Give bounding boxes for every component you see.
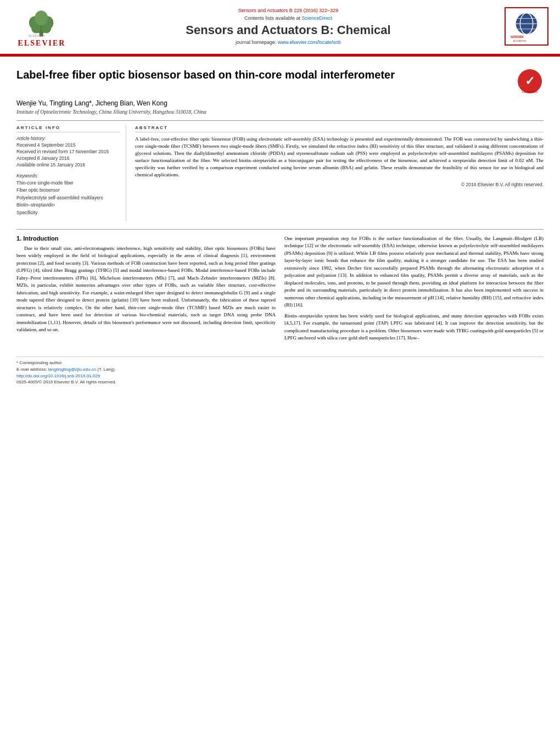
affiliation: Institute of Optoelectronic Technology, … <box>16 109 544 115</box>
keywords-group: Keywords: Thin-core single-mode fiber Fi… <box>16 173 120 217</box>
body-content: 1. Introduction Due to their small size,… <box>16 229 544 345</box>
abstract-column: ABSTRACT A label-free, cost-effective fi… <box>135 125 544 221</box>
article-info-heading: ARTICLE INFO <box>16 125 120 132</box>
sciencedirect-link[interactable]: ScienceDirect <box>302 15 333 21</box>
keyword-1: Thin-core single-mode fiber <box>16 180 120 187</box>
corresponding-label: * Corresponding author. <box>16 360 63 365</box>
history-label: Article history: <box>16 136 120 141</box>
keyword-4: Biotin–streptavidin <box>16 202 120 209</box>
section1-heading: Introduction <box>23 235 58 242</box>
body-right-column: One important preparation step for FOBs … <box>284 235 544 345</box>
header-center: Sensors and Actuators B 228 (2016) 322–3… <box>75 8 502 45</box>
copyright: © 2016 Elsevier B.V. All rights reserved… <box>135 182 544 187</box>
received-date: Received 4 September 2015 <box>16 142 120 149</box>
article-info-column: ARTICLE INFO Article history: Received 4… <box>16 125 126 221</box>
article-container: Label-free fiber optic biosensor based o… <box>0 57 560 390</box>
article-title-section: Label-free fiber optic biosensor based o… <box>16 62 544 95</box>
sensors-logo-icon: SENSORS ACTUATORS <box>507 10 546 42</box>
abstract-text: A label-free, cost-effective fiber optic… <box>135 136 544 178</box>
sensors-actuators-logo: SENSORS ACTUATORS <box>502 4 551 48</box>
sciencedirect-line: Contents lists available at ScienceDirec… <box>86 15 491 21</box>
svg-point-6 <box>42 24 51 33</box>
article-footer: * Corresponding author. E-mail address: … <box>16 356 544 384</box>
elsevier-logo: ELSEVIER ELSEVIER <box>9 5 75 48</box>
svg-point-4 <box>35 10 48 25</box>
svg-text:✓: ✓ <box>525 74 535 88</box>
journal-header: ELSEVIER ELSEVIER Sensors and Actuators … <box>0 0 560 55</box>
journal-homepage-line: journal homepage: www.elsevier.com/locat… <box>86 40 491 45</box>
svg-text:ELSEVIER: ELSEVIER <box>29 34 45 37</box>
accepted-date: Accepted 8 January 2016 <box>16 155 120 162</box>
email-name: (T. Lang). <box>97 367 116 372</box>
section1-title: 1. Introduction <box>16 235 276 242</box>
article-history-group: Article history: Received 4 September 20… <box>16 136 120 169</box>
available-date: Available online 15 January 2016 <box>16 162 120 169</box>
elsevier-label: ELSEVIER <box>18 39 66 48</box>
email-label: E-mail address: <box>16 367 47 372</box>
keyword-2: Fiber optic biosensor <box>16 187 120 194</box>
abstract-heading: ABSTRACT <box>135 125 544 132</box>
footer-email-line: E-mail address: langtingting@cjlu.edu.cn… <box>16 367 544 372</box>
article-info-abstract: ARTICLE INFO Article history: Received 4… <box>16 120 544 221</box>
journal-title: Sensors and Actuators B: Chemical <box>86 23 491 37</box>
article-title: Label-free fiber optic biosensor based o… <box>16 68 505 82</box>
doi-link[interactable]: http://dx.doi.org/10.1016/j.snb.2016.01.… <box>16 373 100 378</box>
authors-line: Wenjie Yu, Tingting Lang*, Jicheng Bian,… <box>16 99 544 107</box>
section1-para2: One important preparation step for FOBs … <box>284 235 544 309</box>
elsevier-tree-icon: ELSEVIER <box>20 5 64 38</box>
footer-corresponding: * Corresponding author. <box>16 360 544 365</box>
svg-text:SENSORS: SENSORS <box>511 36 524 38</box>
section1-para1: Due to their small size, anti-electromag… <box>16 245 276 334</box>
citation-text: Sensors and Actuators B 228 (2016) 322–3… <box>86 8 491 13</box>
svg-text:CrossMark: CrossMark <box>522 90 538 93</box>
sensors-logo-box: SENSORS ACTUATORS <box>505 7 548 46</box>
section1-number: 1. <box>16 235 21 242</box>
homepage-link[interactable]: www.elsevier.com/locate/snb <box>278 40 341 45</box>
svg-point-5 <box>31 24 41 33</box>
keywords-list: Thin-core single-mode fiber Fiber optic … <box>16 180 120 217</box>
section1-para3: Biotin–streptavidin system has been wide… <box>284 313 544 342</box>
keyword-3: Polyelectrolyte self-assembled multilaye… <box>16 194 120 202</box>
corresponding-email[interactable]: langtingting@cjlu.edu.cn <box>48 367 96 372</box>
keywords-label: Keywords: <box>16 173 120 178</box>
keyword-5: Specificity <box>16 209 120 217</box>
page: ELSEVIER ELSEVIER Sensors and Actuators … <box>0 0 560 742</box>
received-revised-date: Received in revised form 17 November 201… <box>16 149 120 155</box>
body-left-column: 1. Introduction Due to their small size,… <box>16 235 276 345</box>
svg-text:ACTUATORS: ACTUATORS <box>513 40 527 42</box>
homepage-prefix: journal homepage: <box>236 40 277 45</box>
sciencedirect-prefix: Contents lists available at <box>244 15 300 21</box>
crossmark-logo: ✓ CrossMark <box>516 68 544 95</box>
header-top: ELSEVIER ELSEVIER Sensors and Actuators … <box>9 4 551 48</box>
issn-text: 0925-4005/© 2016 Elsevier B.V. All right… <box>16 380 116 384</box>
